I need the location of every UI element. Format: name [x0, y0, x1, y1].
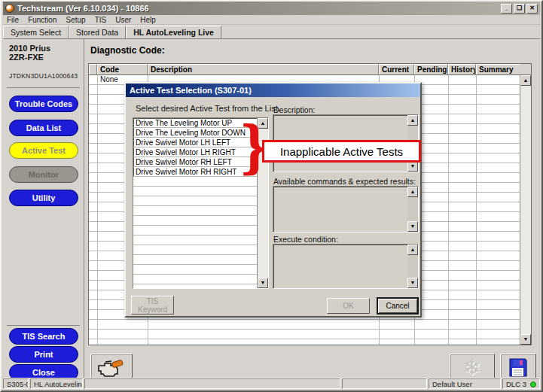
scroll-up-icon[interactable]: ▲ — [407, 115, 418, 126]
window-title: Techstream (Ver 6.10.034) - 10866 — [17, 4, 499, 13]
list-item[interactable]: Drive Swivel Motor RH LEFT — [133, 157, 257, 167]
tab-hl-autoleveling-live[interactable]: HL AutoLeveling Live — [126, 26, 221, 38]
vin-number: JTDKN3DU1A1000643 — [3, 72, 84, 80]
cancel-button[interactable]: Cancel — [377, 297, 419, 315]
scroll-down-icon[interactable]: ▼ — [407, 278, 418, 288]
column-header-history[interactable]: History — [448, 64, 476, 74]
tis-keyword-button: TIS Keyword — [131, 296, 174, 315]
commands-scrollbar[interactable]: ▲ ▼ — [407, 187, 418, 232]
tab-stored-data[interactable]: Stored Data — [69, 26, 126, 38]
minimize-icon[interactable]: _ — [501, 4, 512, 14]
tab-bar: System Select Stored Data HL AutoLevelin… — [3, 26, 540, 38]
dlc-status-indicator — [530, 381, 536, 387]
dlc-label: DLC 3 — [506, 380, 526, 388]
floppy-save-icon — [508, 357, 528, 378]
column-header-code[interactable]: Code — [97, 64, 148, 74]
status-screen-code: S305-02 — [3, 378, 29, 389]
ok-button: OK — [327, 298, 370, 314]
list-item[interactable]: Drive Swivel Motor LH LEFT — [133, 138, 257, 147]
column-header-summary[interactable]: Summary — [476, 64, 520, 74]
title-bar: Techstream (Ver 6.10.034) - 10866 _ ❏ ✕ — [3, 2, 540, 15]
column-header-mark — [89, 64, 97, 74]
data-list-button[interactable]: Data List — [9, 120, 78, 136]
scroll-up-icon[interactable]: ▲ — [407, 187, 418, 197]
column-header-pending[interactable]: Pending — [414, 64, 448, 74]
status-bar: S305-02 HL AutoLeveling Default User DLC… — [3, 378, 540, 389]
freeze-frame-button: ❄ — [450, 354, 495, 381]
vehicle-model: 2010 Prius — [3, 39, 84, 53]
annotation-callout: Inapplicable Active Tests — [262, 140, 421, 163]
status-connection: DLC 3 — [502, 378, 540, 389]
column-header-description[interactable]: Description — [148, 64, 379, 74]
tis-search-button[interactable]: TIS Search — [9, 328, 78, 345]
menu-setup[interactable]: Setup — [66, 16, 85, 24]
tis-keyword-label-line2: Keyword — [132, 305, 173, 314]
techstream-logo-icon — [5, 4, 14, 13]
scroll-down-icon[interactable]: ▼ — [520, 334, 531, 345]
close-icon[interactable]: ✕ — [526, 4, 538, 14]
column-divider — [476, 75, 477, 345]
execute-scrollbar[interactable]: ▲ ▼ — [407, 245, 418, 288]
execute-condition-label: Execute condition: — [273, 235, 338, 244]
dialog-instruction: Select desired Active Test from the List… — [136, 104, 280, 113]
restore-icon[interactable]: ❏ — [514, 4, 525, 14]
save-button[interactable] — [500, 354, 536, 381]
menu-help[interactable]: Help — [140, 16, 156, 24]
techstream-window: Techstream (Ver 6.10.034) - 10866 _ ❏ ✕ … — [0, 0, 543, 392]
table-header: Code Description Current Pending History… — [89, 64, 531, 75]
page-title: Diagnostic Code: — [90, 45, 165, 56]
sidebar-divider — [7, 325, 80, 326]
menu-function[interactable]: Function — [28, 16, 56, 24]
scroll-up-icon[interactable]: ▲ — [520, 75, 531, 86]
status-spacer — [84, 378, 340, 389]
status-user: Default User — [429, 378, 501, 389]
trouble-codes-button[interactable]: Trouble Codes — [9, 96, 78, 112]
scroll-up-icon[interactable]: ▲ — [407, 245, 418, 255]
dialog-title: Active Test Selection (S307-01) — [130, 86, 252, 95]
print-button[interactable]: Print — [9, 346, 78, 363]
column-header-current[interactable]: Current — [379, 64, 414, 74]
list-item[interactable]: Drive Swivel Motor RH RIGHT — [133, 167, 257, 177]
engine-code: 2ZR-FXE — [3, 53, 84, 62]
status-system: HL AutoLeveling — [30, 378, 83, 389]
menu-tis[interactable]: TIS — [95, 16, 107, 24]
utility-button[interactable]: Utility — [9, 190, 78, 206]
column-divider — [448, 75, 449, 345]
active-test-selection-dialog: Active Test Selection (S307-01) Select d… — [124, 82, 422, 318]
column-divider — [97, 75, 98, 345]
list-item[interactable]: Drive The Leveling Motor DOWN — [133, 128, 257, 138]
available-commands-textarea: ▲ ▼ — [273, 186, 419, 232]
available-commands-label: Available commands & expected results: — [273, 177, 416, 186]
menu-file[interactable]: File — [7, 16, 19, 24]
tis-keyword-label-line1: TIS — [132, 297, 173, 305]
list-item[interactable]: Drive The Leveling Motor UP — [133, 118, 257, 128]
dialog-title-bar: Active Test Selection (S307-01) — [126, 84, 420, 97]
table-scrollbar[interactable]: ▲ ▼ — [520, 75, 531, 345]
tab-system-select[interactable]: System Select — [3, 26, 69, 38]
snowflake-icon: ❄ — [462, 354, 481, 381]
status-spacer — [342, 378, 427, 389]
sidebar: 2010 Prius 2ZR-FXE JTDKN3DU1A1000643 Tro… — [3, 39, 84, 378]
sidebar-divider — [7, 87, 80, 88]
empty-list-rows — [133, 177, 257, 288]
scroll-down-icon[interactable]: ▼ — [258, 278, 268, 288]
active-test-button[interactable]: Active Test — [9, 142, 78, 159]
scroll-down-icon[interactable]: ▼ — [407, 161, 418, 172]
menu-bar: File Function Setup TIS User Help — [3, 15, 540, 25]
list-item[interactable]: Drive Swivel Motor LH RIGHT — [133, 147, 257, 157]
scroll-down-icon[interactable]: ▼ — [407, 221, 418, 232]
description-label: Description: — [273, 105, 315, 114]
table-row-code-value[interactable]: None — [100, 75, 118, 84]
engine-connector-icon — [96, 358, 127, 378]
monitor-button: Monitor — [9, 166, 78, 183]
menu-user[interactable]: User — [115, 16, 131, 24]
execute-condition-textarea: ▲ ▼ — [273, 244, 419, 289]
